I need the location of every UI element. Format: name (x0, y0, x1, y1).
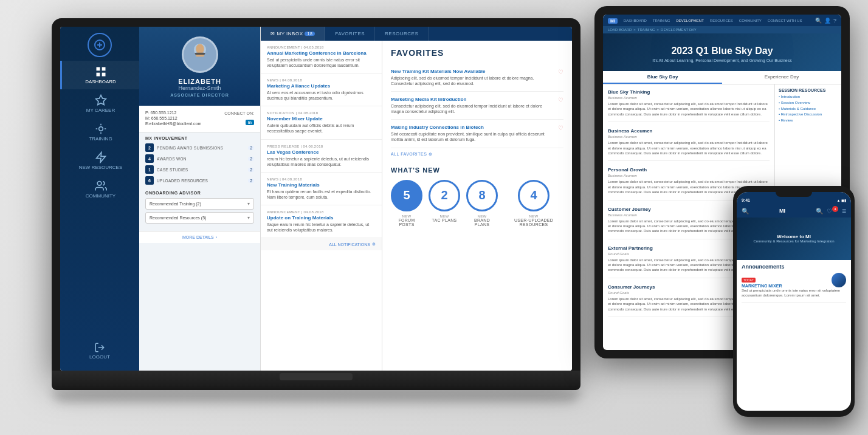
tablet-nav-item[interactable]: CONNECT WITH US (765, 18, 805, 24)
notification-item: ANNOUNCEMENT | 04.05.2018 Annual Marketi… (261, 41, 382, 74)
whats-new-item[interactable]: 5 NEW Forum Posts (391, 180, 422, 227)
sidebar-item-career[interactable]: MY CAREER (60, 89, 139, 118)
sidebar-dashboard-label: DASHBOARD (85, 79, 116, 84)
tablet-section-title: Blue Sky Thinking (608, 89, 770, 95)
phone-search-icon[interactable]: 🔍 (742, 208, 749, 214)
connect-label: CONNECT ON: (224, 111, 254, 115)
whats-new-item[interactable]: 8 NEW Brand Plans (466, 180, 498, 227)
sidebar-logout-label: LOGOUT (89, 354, 110, 360)
announcement-icon (832, 273, 846, 287)
help-icon[interactable]: ? (833, 18, 836, 24)
svg-marker-7 (95, 95, 106, 105)
favorite-content: New Training Kit Materials Now Available… (391, 69, 552, 86)
whats-new-heading: WHAT'S NEW (391, 166, 563, 174)
tablet-nav-item[interactable]: RESOURCES (708, 18, 735, 24)
involvement-count: 2 (248, 168, 254, 172)
tablet-resource-link[interactable]: • Retrospective Discussion (779, 112, 838, 117)
heart-icon[interactable]: ♡ (558, 125, 563, 131)
heart-icon[interactable]: ♡ (558, 97, 563, 103)
notif-body: Et harum quidem rerum facilis est et exp… (267, 189, 376, 200)
profile-panel: ELIZABETH Hernandez-Smith ASSOCIATE DIRE… (139, 27, 261, 371)
search-icon[interactable]: 🔍 (815, 18, 822, 24)
all-notifications-link[interactable]: ALL NOTIFICATIONS ⊕ (261, 238, 382, 250)
involvement-row: 2 PENDING AWARD SUBMISSIONS 2 (139, 142, 260, 153)
involvement-num: 2 (145, 143, 154, 152)
involvement-num: 6 (145, 176, 154, 185)
main-panel: ✉ MY INBOX 18 FAVORITES RESOURCES ANNOUN… (261, 27, 572, 371)
notif-title[interactable]: November Mixer Update (267, 116, 376, 122)
profile-header: ELIZABETH Hernandez-Smith ASSOCIATE DIRE… (139, 27, 260, 106)
announcement-title[interactable]: MARKETING MIXER (742, 284, 846, 288)
onboarding-section: ONBOARDING ADVISOR Recommended Training … (139, 186, 260, 231)
phone-screen: 9:41 ▲ ◼▮ 🔍 MI 🔍 ♡ 4 ≡ Welcome to MI Com… (737, 192, 851, 411)
sidebar-resources-label: NEW RESOURCES (79, 165, 123, 170)
tablet-nav-item[interactable]: TRAINING (650, 18, 673, 24)
tablet-nav-item[interactable]: DASHBOARD (621, 18, 649, 24)
sidebar-item-community[interactable]: COMMUNITY (60, 175, 139, 204)
sidebar-item-resources[interactable]: NEW RESOURCES (60, 146, 139, 175)
tablet-nav-icons: 🔍 👤 ? (815, 18, 836, 24)
tablet-nav-item[interactable]: DEVELOPMENT (673, 18, 706, 24)
notif-title[interactable]: Annual Marketing Conference in Barcelona (267, 50, 376, 56)
favorite-title[interactable]: Making Industry Connections in Biotech (391, 125, 552, 130)
tablet-resource-link[interactable]: • Introduction (779, 95, 838, 100)
all-favorites-link[interactable]: ALL FAVORITES ⊕ (391, 148, 563, 160)
tab-favorites[interactable]: FAVORITES (325, 27, 375, 41)
sidebar-logo[interactable] (88, 33, 112, 57)
whats-new-section: WHAT'S NEW 5 NEW Forum Posts 2 NEW Tac P… (391, 166, 563, 227)
notif-title[interactable]: Update on Training Materials (267, 215, 376, 221)
favorite-item: Marketing Media Kit Introduction Consect… (391, 92, 563, 120)
favorite-item: Making Industry Connections in Biotech S… (391, 120, 563, 148)
favorite-title[interactable]: Marketing Media Kit Introduction (391, 97, 552, 102)
notif-body: Autem quibusdam aut officiis debitis aut… (267, 123, 376, 134)
more-details-link[interactable]: MORE DETAILS › (139, 231, 260, 243)
phone-notch (776, 192, 812, 197)
laptop-screen: DASHBOARD MY CAREER TRAINING (60, 27, 572, 371)
tablet-resource-link[interactable]: • Materials & Guidance (779, 107, 838, 112)
involvement-label: AWARDS WON (157, 157, 248, 161)
recommended-resources-label: Recommended Resources (5) (150, 216, 206, 220)
recommended-training-dropdown[interactable]: Recommended Training (2) ▾ (145, 198, 254, 210)
announcement-body: Sed ut perspiciatis unde omnis iste natu… (742, 289, 846, 298)
favorites-column: FAVORITES New Training Kit Materials Now… (382, 41, 572, 371)
svg-marker-9 (96, 152, 105, 163)
notif-title[interactable]: Marketing Alliance Updates (267, 83, 376, 89)
breadcrumb-item: TRAINING (638, 28, 655, 32)
tablet-subtab[interactable]: Blue Sky Day (603, 71, 722, 84)
favorite-desc: Adipiscing elit, sed do eiusmod tempor I… (391, 75, 552, 86)
whats-new-circle: 8 (466, 180, 498, 211)
sidebar: DASHBOARD MY CAREER TRAINING (60, 27, 139, 371)
phone-announcements-list: TODAY MARKETING MIXER Sed ut perspiciati… (742, 273, 846, 303)
tablet-nav: MI DASHBOARDTRAININGDEVELOPMENTRESOURCES… (603, 15, 841, 26)
notification-item: NEWS | 04.08.2018 New Training Materials… (261, 173, 382, 205)
tablet-section: Business Accumen Business Acumen Lorem i… (608, 128, 770, 161)
arrow-right-icon: › (216, 235, 217, 239)
laptop-device: DASHBOARD MY CAREER TRAINING (52, 18, 580, 413)
whats-new-item[interactable]: 4 NEW User-Uploaded Resources (504, 180, 563, 227)
whats-new-type-label: Brand Plans (466, 218, 498, 227)
user-icon[interactable]: 👤 (824, 18, 831, 24)
tablet-subtab[interactable]: Experience Day (722, 71, 841, 84)
tablet-resource-link[interactable]: • Review (779, 118, 838, 123)
sidebar-logout[interactable]: LOGOUT (60, 337, 139, 365)
tab-resources[interactable]: RESOURCES (375, 27, 429, 41)
tab-inbox[interactable]: ✉ MY INBOX 18 (261, 27, 325, 41)
sidebar-item-training[interactable]: TRAINING (60, 118, 139, 146)
tablet-resource-link[interactable]: • Session Overview (779, 101, 838, 106)
phone-heart-icon[interactable]: ♡ (827, 208, 832, 214)
favorite-title[interactable]: New Training Kit Materials Now Available (391, 69, 552, 74)
phone-menu-icon[interactable]: ≡ (842, 207, 846, 215)
tablet-nav-item[interactable]: COMMUNITY (737, 18, 764, 24)
linkedin-badge[interactable]: in (246, 120, 254, 125)
notif-title[interactable]: New Training Materials (267, 182, 376, 188)
arrow-circle-icon: ⊕ (429, 152, 433, 157)
recommended-resources-dropdown[interactable]: Recommended Resources (5) ▾ (145, 212, 254, 224)
panel-tabs: ✉ MY INBOX 18 FAVORITES RESOURCES (261, 27, 572, 41)
laptop-base (52, 371, 580, 390)
whats-new-item[interactable]: 2 NEW Tac Plans (429, 180, 460, 227)
sidebar-item-dashboard[interactable]: DASHBOARD (60, 61, 139, 89)
heart-icon[interactable]: ♡ (558, 69, 563, 75)
phone-search-icon2[interactable]: 🔍 (816, 208, 823, 214)
notif-title[interactable]: Las Vegas Conference (267, 149, 376, 155)
favorite-content: Marketing Media Kit Introduction Consect… (391, 97, 552, 114)
